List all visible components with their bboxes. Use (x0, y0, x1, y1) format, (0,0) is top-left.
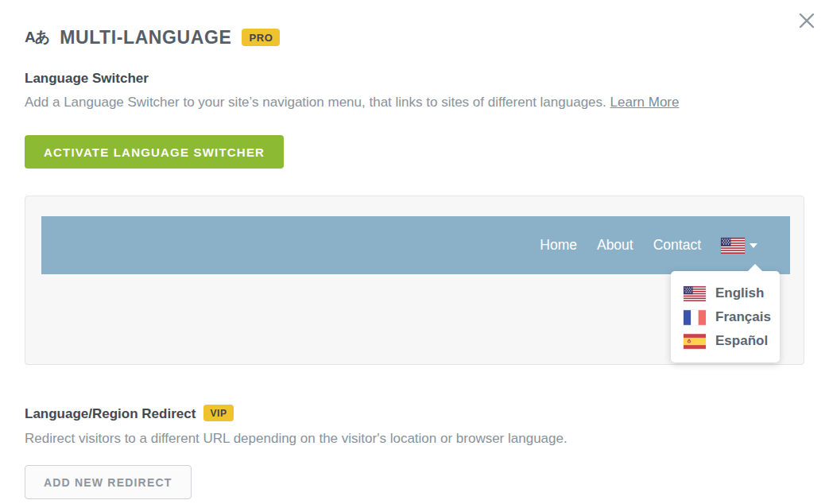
learn-more-link[interactable]: Learn More (610, 95, 680, 110)
language-option-english[interactable]: English (671, 281, 780, 305)
language-option-espanol[interactable]: Español (671, 329, 780, 353)
nav-link-contact[interactable]: Contact (653, 237, 701, 254)
nav-link-home[interactable]: Home (540, 237, 577, 254)
redirect-description: Redirect visitors to a different URL dep… (25, 430, 804, 447)
language-switcher-heading: Language Switcher (25, 71, 804, 87)
preview-navbar: Home About Contact (41, 216, 790, 274)
es-flag-icon (684, 334, 706, 349)
language-selector-trigger[interactable] (721, 238, 757, 254)
us-flag-icon (721, 238, 745, 254)
description-text: Add a Language Switcher to your site’s n… (25, 95, 606, 110)
us-flag-icon (684, 286, 706, 301)
redirect-heading-row: Language/Region Redirect VIP (25, 405, 804, 422)
vip-badge: VIP (203, 405, 233, 421)
language-switcher-description: Add a Language Switcher to your site’s n… (25, 94, 804, 110)
translate-icon: Aあ (25, 27, 49, 48)
nav-link-about[interactable]: About (597, 237, 633, 254)
fr-flag-icon (684, 310, 706, 325)
close-button[interactable] (796, 10, 817, 31)
multi-language-panel: Aあ MULTI-LANGUAGE PRO Language Switcher … (0, 0, 829, 499)
panel-header: Aあ MULTI-LANGUAGE PRO (25, 26, 804, 48)
add-new-redirect-button[interactable]: ADD NEW REDIRECT (25, 465, 192, 499)
chevron-down-icon (750, 243, 757, 248)
switcher-preview-panel: Home About Contact (25, 196, 804, 365)
language-option-francais[interactable]: Français (671, 305, 780, 329)
page-title: MULTI-LANGUAGE (60, 27, 231, 48)
activate-language-switcher-button[interactable]: ACTIVATE LANGUAGE SWITCHER (25, 135, 284, 169)
language-option-label: English (715, 285, 764, 301)
close-icon (797, 11, 816, 30)
pro-badge: PRO (242, 29, 280, 46)
language-option-label: Español (715, 333, 768, 349)
language-dropdown: English Français (671, 271, 780, 362)
language-region-redirect-heading: Language/Region Redirect (25, 406, 196, 422)
language-option-label: Français (715, 309, 771, 325)
